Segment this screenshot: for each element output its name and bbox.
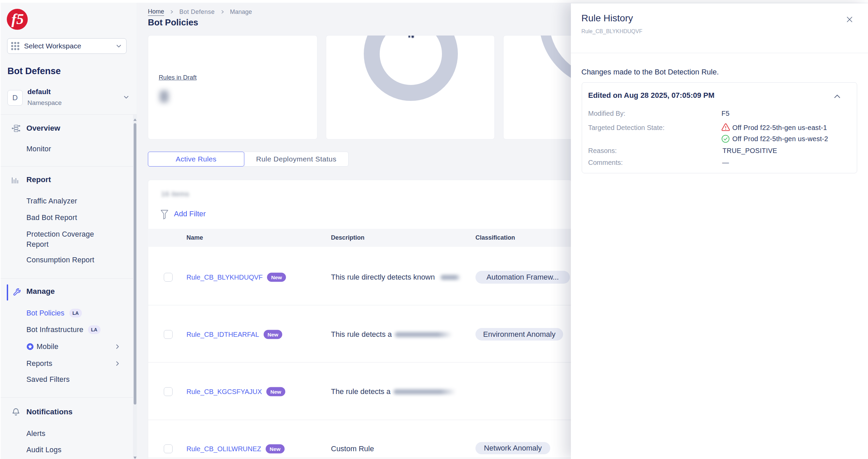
svg-text:f5: f5 [12, 11, 24, 27]
